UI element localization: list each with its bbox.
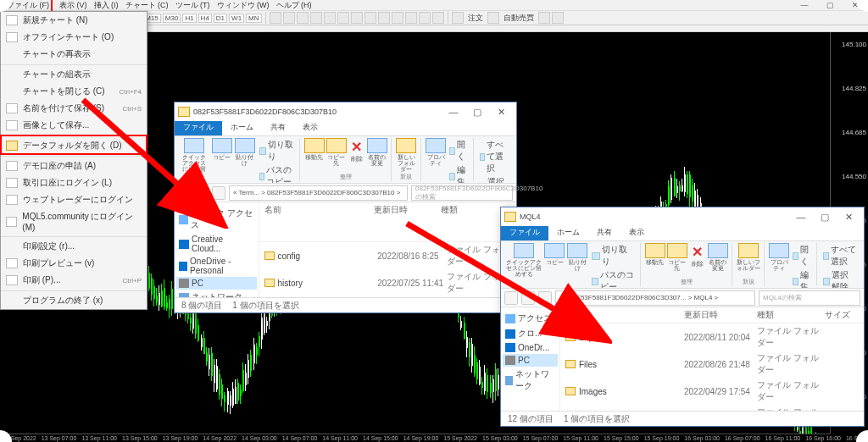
col-type[interactable]: 種類 xyxy=(441,204,503,240)
pin-quick-access[interactable]: クイックアクセスにピン留めする xyxy=(180,138,209,184)
menu-item[interactable]: 印刷 (P)...Ctrl+P xyxy=(1,272,147,289)
menu-insert[interactable]: 挿入 (I) xyxy=(94,0,119,11)
nav-item[interactable]: PC xyxy=(176,277,257,290)
pin-quick-access[interactable]: クイックアクセスにピン留めする xyxy=(506,243,542,289)
list-header[interactable]: 名前 更新日時 種類 サイズ xyxy=(560,307,864,323)
tool-icon[interactable] xyxy=(378,12,390,24)
properties-button[interactable]: プロパティ xyxy=(426,138,446,184)
order-label[interactable]: 注文 xyxy=(465,13,486,24)
list-item[interactable]: history2022/07/25 11:41ファイル フォルダー xyxy=(259,269,516,296)
list-header[interactable]: 名前 更新日時 種類 サイズ xyxy=(259,202,516,242)
tab-home[interactable]: ホーム xyxy=(222,119,262,135)
tf-m30[interactable]: M30 xyxy=(163,14,181,23)
menu-item[interactable]: 印刷設定 (r)... xyxy=(1,236,147,255)
back-button[interactable] xyxy=(178,186,192,200)
menu-item[interactable]: チャートの再表示 xyxy=(1,46,147,63)
tf-h1[interactable]: H1 xyxy=(182,14,196,23)
menu-item[interactable]: 画像として保存... xyxy=(1,117,147,134)
up-button[interactable] xyxy=(212,186,225,200)
menu-item[interactable]: オフラインチャート (O) xyxy=(1,29,147,46)
menu-view[interactable]: 表示 (V) xyxy=(59,0,87,11)
tool-icon[interactable] xyxy=(270,12,281,24)
list-item[interactable]: config2022/08/16 8:25ファイル フォルダー xyxy=(259,242,516,269)
tool-icon[interactable] xyxy=(297,12,309,24)
tool-icon[interactable] xyxy=(538,12,550,24)
autotrade-icon[interactable] xyxy=(487,12,499,24)
menu-help[interactable]: ヘルプ (H) xyxy=(276,0,312,11)
tool-icon[interactable] xyxy=(337,12,349,24)
titlebar[interactable]: MQL4 — ▢ ✕ xyxy=(501,207,864,226)
tab-share[interactable]: 共有 xyxy=(588,224,620,240)
arrow-icon[interactable] xyxy=(419,12,431,24)
copypath-button[interactable]: パスのコピー xyxy=(258,163,296,184)
maximize-button[interactable]: ▢ xyxy=(817,0,843,11)
delete-button[interactable]: ✕削除 xyxy=(348,138,365,166)
up-button[interactable] xyxy=(538,291,552,305)
selectall-button[interactable]: すべて選択 xyxy=(478,138,511,175)
search-input[interactable]: 082F53F5881F3D6022DF806C3D307B10の検索 xyxy=(411,185,513,201)
moveto-button[interactable]: 移動先 xyxy=(645,243,665,271)
nav-item[interactable]: OneDr... xyxy=(503,341,558,354)
edit-button[interactable]: 編集 xyxy=(791,268,813,289)
order-icon[interactable] xyxy=(452,12,464,24)
close-button[interactable]: ✕ xyxy=(837,208,860,225)
menu-item[interactable]: 名前を付けて保存 (S)Ctrl+S xyxy=(1,100,147,117)
delete-button[interactable]: ✕削除 xyxy=(689,243,706,271)
tf-mn[interactable]: MN xyxy=(246,14,261,23)
cut-button[interactable]: 切り取り xyxy=(590,243,637,268)
menu-item[interactable]: 新規チャート (N) xyxy=(1,12,147,29)
tool-icon[interactable] xyxy=(324,12,336,24)
nav-item[interactable]: アクセス xyxy=(503,311,558,326)
menu-item[interactable]: MQL5.community にログイン (M) xyxy=(1,208,147,235)
selectnone-button[interactable]: 選択解除 xyxy=(821,268,859,289)
tab-file[interactable]: ファイル xyxy=(175,119,222,135)
newfolder-button[interactable]: 新しいフォルダー xyxy=(396,138,417,172)
open-button[interactable]: 開く xyxy=(448,138,470,163)
tab-view[interactable]: 表示 xyxy=(620,224,653,240)
file-list[interactable]: 名前 更新日時 種類 サイズ Experts2022/08/11 20:04ファ… xyxy=(560,307,864,411)
nav-item[interactable]: ネットワーク xyxy=(176,290,257,297)
breadcrumb[interactable]: « Term... > 082F53F5881F3D6022DF806C3D30… xyxy=(229,185,408,201)
menu-item[interactable]: チャートを閉じる (C)Ctrl+F4 xyxy=(1,83,147,100)
back-button[interactable] xyxy=(504,291,518,305)
close-button[interactable]: ✕ xyxy=(489,103,513,120)
list-item[interactable]: Files2022/08/26 21:48ファイル フォルダー xyxy=(560,351,864,378)
paste-button[interactable]: 貼り付け xyxy=(567,243,587,289)
tab-view[interactable]: 表示 xyxy=(294,119,326,135)
newfolder-button[interactable]: 新しいフォルダー xyxy=(737,243,761,271)
tool-icon[interactable] xyxy=(351,12,363,24)
copy-button[interactable]: コピー xyxy=(212,138,232,184)
col-size[interactable]: サイズ xyxy=(825,309,859,321)
nav-item[interactable]: クロ... xyxy=(503,326,558,341)
nav-item[interactable]: PC xyxy=(503,354,558,367)
tool-icon[interactable] xyxy=(364,12,376,24)
maximize-button[interactable]: ▢ xyxy=(813,208,837,225)
menu-item[interactable]: デモ口座の申請 (A) xyxy=(1,156,147,174)
search-input[interactable]: MQL4の検索 xyxy=(759,290,860,306)
menu-item[interactable]: ウェブトレーダーにログイン xyxy=(1,191,147,208)
tf-h4[interactable]: H4 xyxy=(198,14,212,23)
nav-item[interactable]: OneDrive - Personal xyxy=(176,255,257,277)
menu-item[interactable]: チャートの組表示 xyxy=(1,64,147,83)
copyto-button[interactable]: コピー先 xyxy=(326,138,347,166)
copypath-button[interactable]: パスのコピー xyxy=(590,268,637,289)
file-list[interactable]: 名前 更新日時 種類 サイズ config2022/08/16 8:25ファイル… xyxy=(259,202,516,297)
menu-tools[interactable]: ツール (T) xyxy=(175,0,210,11)
tf-w1[interactable]: W1 xyxy=(229,14,244,23)
nav-item[interactable]: Creative Cloud... xyxy=(176,233,257,255)
properties-button[interactable]: プロパティ xyxy=(769,243,789,289)
rename-button[interactable]: 名前の変更 xyxy=(708,243,728,271)
minimize-button[interactable]: — xyxy=(789,208,813,225)
rename-button[interactable]: 名前の変更 xyxy=(367,138,387,166)
menu-window[interactable]: ウィンドウ (W) xyxy=(217,0,270,11)
list-item[interactable]: Images2022/04/29 17:54ファイル フォルダー xyxy=(560,378,864,405)
forward-button[interactable] xyxy=(195,186,209,200)
open-button[interactable]: 開く xyxy=(791,243,813,268)
copy-button[interactable]: コピー xyxy=(544,243,565,289)
breadcrumb[interactable]: « 082F53F5881F3D6022DF806C3D307... > MQL… xyxy=(555,290,755,306)
moveto-button[interactable]: 移動先 xyxy=(304,138,325,166)
tf-d1[interactable]: D1 xyxy=(214,14,227,23)
titlebar[interactable]: 082F53F5881F3D6022DF806C3D307B10 — ▢ ✕ xyxy=(175,102,516,121)
maximize-button[interactable]: ▢ xyxy=(465,103,489,120)
menu-chart[interactable]: チャート (C) xyxy=(125,0,169,11)
